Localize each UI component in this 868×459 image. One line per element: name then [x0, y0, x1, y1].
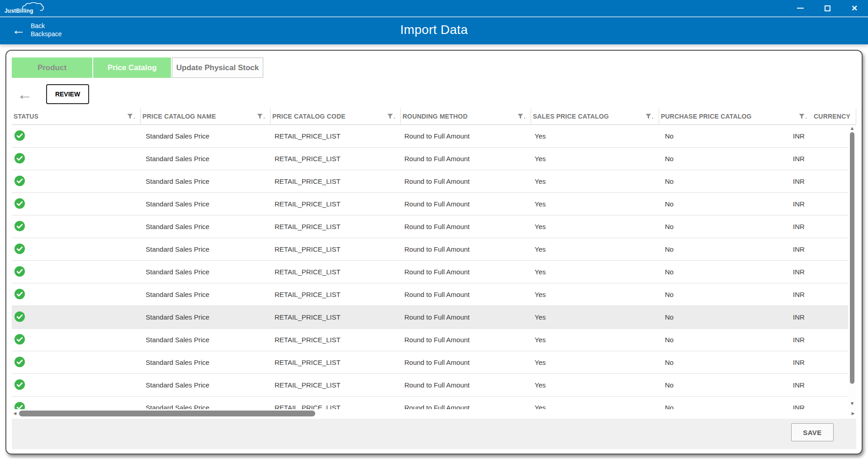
price-catalog-name-cell: Standard Sales Price	[144, 359, 273, 366]
price-catalog-code-cell: RETAIL_PRICE_LIST	[273, 359, 403, 366]
table-row[interactable]: Standard Sales Price RETAIL_PRICE_LIST R…	[12, 261, 856, 283]
table-row[interactable]: Standard Sales Price RETAIL_PRICE_LIST R…	[12, 215, 856, 238]
sales-price-catalog-cell: Yes	[533, 268, 663, 276]
column-header-label: SALES PRICE CATALOG	[533, 113, 609, 120]
success-check-icon	[14, 402, 25, 410]
filter-icon[interactable]	[645, 114, 653, 119]
price-catalog-name-cell: Standard Sales Price	[144, 200, 273, 208]
status-cell	[12, 289, 144, 301]
window-controls: ✕	[787, 0, 868, 16]
rounding-method-cell: Round to Full Amount	[403, 177, 533, 185]
filter-dot	[134, 118, 135, 119]
maximize-icon	[825, 5, 830, 11]
filter-dot	[394, 118, 395, 119]
tab-product[interactable]: Product	[12, 57, 92, 78]
rounding-method-cell: Round to Full Amount	[403, 268, 533, 276]
currency-cell: INR	[791, 404, 856, 409]
table-row[interactable]: Standard Sales Price RETAIL_PRICE_LIST R…	[12, 351, 856, 374]
horizontal-scrollbar[interactable]: ◄ ►	[12, 409, 856, 417]
import-data-card: Product Price Catalog Update Physical St…	[5, 50, 863, 454]
filter-icon[interactable]	[257, 114, 265, 119]
success-check-icon	[14, 289, 25, 299]
column-header[interactable]: PRICE CATALOG CODE	[270, 108, 401, 124]
table-row[interactable]: Standard Sales Price RETAIL_PRICE_LIST R…	[12, 374, 856, 397]
vertical-scrollbar-thumb[interactable]	[850, 132, 854, 384]
table-row[interactable]: Standard Sales Price RETAIL_PRICE_LIST R…	[12, 125, 856, 148]
review-button[interactable]: REVIEW	[46, 84, 89, 104]
success-check-icon	[14, 198, 25, 209]
currency-cell: INR	[791, 291, 856, 298]
sales-price-catalog-cell: Yes	[533, 359, 663, 366]
window-titlebar: JustBilling ✕	[0, 0, 868, 17]
rounding-method-cell: Round to Full Amount	[403, 223, 533, 230]
currency-cell: INR	[791, 268, 856, 276]
tab-bar: Product Price Catalog Update Physical St…	[12, 57, 856, 78]
toolbar-back-arrow-icon[interactable]: ←	[17, 86, 33, 102]
minimize-button[interactable]	[787, 0, 814, 16]
currency-cell: INR	[791, 313, 856, 321]
horizontal-scrollbar-thumb[interactable]	[19, 411, 315, 416]
price-catalog-code-cell: RETAIL_PRICE_LIST	[273, 132, 403, 140]
scroll-up-icon[interactable]: ▲	[850, 125, 855, 131]
table-row[interactable]: Standard Sales Price RETAIL_PRICE_LIST R…	[12, 238, 856, 261]
purchase-price-catalog-cell: No	[663, 223, 791, 230]
success-check-icon	[14, 153, 25, 163]
success-check-icon	[14, 221, 25, 231]
filter-icon[interactable]	[127, 114, 135, 119]
close-button[interactable]: ✕	[841, 0, 868, 16]
currency-cell: INR	[791, 223, 856, 230]
status-cell	[12, 130, 144, 142]
table-row[interactable]: Standard Sales Price RETAIL_PRICE_LIST R…	[12, 329, 856, 351]
save-button[interactable]: SAVE	[791, 423, 834, 441]
column-header[interactable]: ROUNDING METHOD	[401, 108, 531, 124]
purchase-price-catalog-cell: No	[663, 177, 791, 185]
filter-dot	[806, 118, 806, 119]
rounding-method-cell: Round to Full Amount	[403, 404, 533, 409]
filter-dot	[652, 118, 653, 119]
price-catalog-code-cell: RETAIL_PRICE_LIST	[273, 177, 403, 185]
price-catalog-name-cell: Standard Sales Price	[144, 313, 273, 321]
sales-price-catalog-cell: Yes	[533, 381, 663, 389]
table-row[interactable]: Standard Sales Price RETAIL_PRICE_LIST R…	[12, 306, 856, 329]
scroll-right-icon[interactable]: ►	[850, 411, 856, 416]
filter-icon[interactable]	[387, 114, 395, 119]
tab-price-catalog[interactable]: Price Catalog	[93, 57, 171, 78]
sales-price-catalog-cell: Yes	[533, 245, 663, 253]
filter-icon[interactable]	[799, 114, 806, 119]
success-check-icon	[14, 130, 25, 141]
scroll-down-icon[interactable]: ▼	[850, 400, 855, 406]
maximize-button[interactable]	[814, 0, 841, 16]
table-row[interactable]: Standard Sales Price RETAIL_PRICE_LIST R…	[12, 397, 856, 409]
table-row[interactable]: Standard Sales Price RETAIL_PRICE_LIST R…	[12, 148, 856, 170]
rounding-method-cell: Round to Full Amount	[403, 381, 533, 389]
scroll-left-icon[interactable]: ◄	[12, 411, 18, 416]
status-cell	[12, 402, 144, 410]
filter-icon[interactable]	[517, 114, 525, 119]
column-header[interactable]: PRICE CATALOG NAME	[141, 108, 270, 124]
price-catalog-name-cell: Standard Sales Price	[144, 177, 273, 185]
success-check-icon	[14, 334, 25, 344]
vertical-scrollbar[interactable]: ▲ ▼	[848, 125, 856, 409]
sales-price-catalog-cell: Yes	[533, 313, 663, 321]
price-catalog-name-cell: Standard Sales Price	[144, 268, 273, 276]
price-catalog-code-cell: RETAIL_PRICE_LIST	[273, 268, 403, 276]
purchase-price-catalog-cell: No	[663, 132, 791, 140]
column-header-label: PRICE CATALOG NAME	[142, 113, 216, 120]
table-row[interactable]: Standard Sales Price RETAIL_PRICE_LIST R…	[12, 283, 856, 306]
column-header[interactable]: STATUS	[12, 108, 141, 124]
status-cell	[12, 176, 144, 187]
filter-dot	[264, 118, 265, 119]
purchase-price-catalog-cell: No	[663, 245, 791, 253]
rounding-method-cell: Round to Full Amount	[403, 132, 533, 140]
tab-update-physical-stock[interactable]: Update Physical Stock	[172, 57, 263, 78]
table-body-viewport: Standard Sales Price RETAIL_PRICE_LIST R…	[12, 125, 856, 409]
success-check-icon	[14, 357, 25, 367]
column-header-label: PURCHASE PRICE CATALOG	[661, 113, 752, 120]
status-cell	[12, 198, 144, 210]
table-row[interactable]: Standard Sales Price RETAIL_PRICE_LIST R…	[12, 193, 856, 215]
status-cell	[12, 379, 144, 391]
column-header[interactable]: SALES PRICE CATALOG	[531, 108, 659, 124]
column-header[interactable]: CURRENCY	[812, 108, 856, 124]
column-header[interactable]: PURCHASE PRICE CATALOG	[659, 108, 812, 124]
table-row[interactable]: Standard Sales Price RETAIL_PRICE_LIST R…	[12, 170, 856, 193]
